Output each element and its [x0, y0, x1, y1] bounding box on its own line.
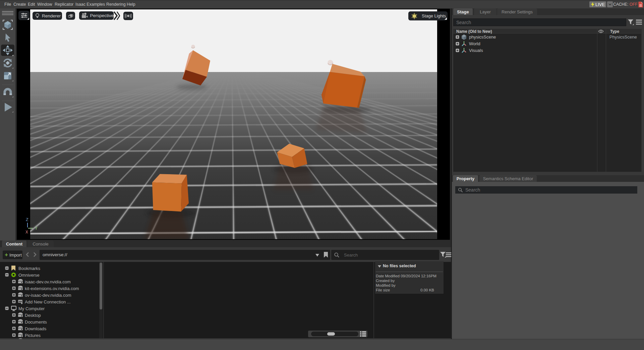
svg-text:Z: Z [26, 217, 28, 222]
svg-text:Y: Y [35, 226, 38, 231]
svg-text:X: X [25, 230, 28, 235]
